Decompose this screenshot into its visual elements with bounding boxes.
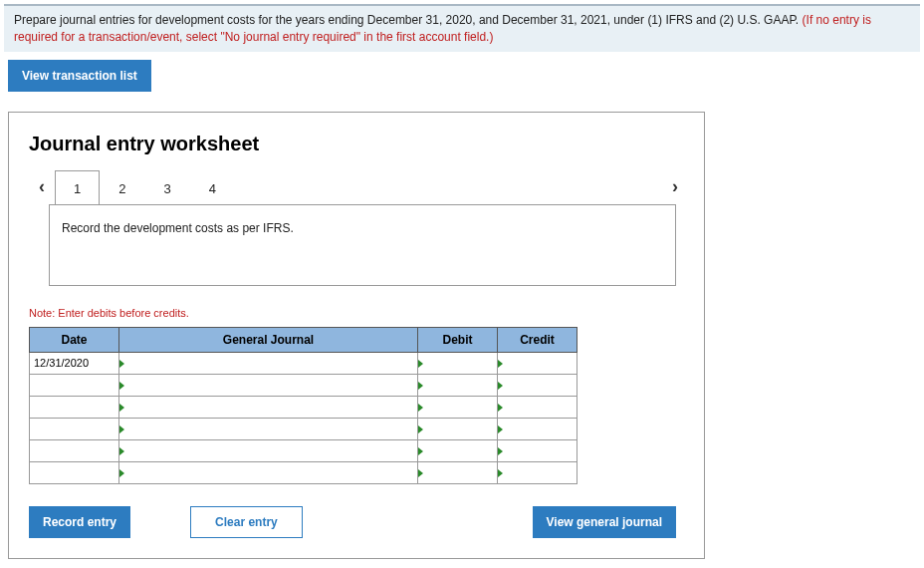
cell-debit[interactable] (418, 396, 498, 418)
cell-general-journal[interactable] (119, 461, 418, 483)
cell-credit[interactable] (498, 418, 578, 439)
chevron-left-icon[interactable]: ‹ (29, 176, 55, 197)
cell-debit[interactable] (418, 461, 498, 483)
button-row: Record entry Clear entry View general jo… (29, 506, 676, 538)
cell-debit[interactable] (418, 418, 498, 439)
tab-2[interactable]: 2 (100, 170, 144, 206)
cell-date[interactable] (30, 439, 119, 461)
tab-row: ‹ 1 2 3 4 › (29, 169, 684, 205)
table-row (30, 461, 578, 483)
prompt-box: Record the development costs as per IFRS… (49, 204, 676, 286)
header-credit: Credit (498, 327, 578, 352)
header-general-journal: General Journal (119, 327, 418, 352)
cell-date[interactable] (30, 461, 119, 483)
table-row (30, 439, 578, 461)
view-transaction-list-button[interactable]: View transaction list (8, 60, 151, 92)
cell-date[interactable] (30, 418, 119, 439)
cell-credit[interactable] (498, 374, 578, 396)
cell-credit[interactable] (498, 461, 578, 483)
tab-4[interactable]: 4 (190, 170, 235, 206)
cell-date[interactable] (30, 374, 119, 396)
instructions-box: Prepare journal entries for development … (4, 4, 920, 52)
journal-entry-table: Date General Journal Debit Credit 12/31/… (29, 327, 578, 484)
tab-3[interactable]: 3 (144, 170, 189, 206)
record-entry-button[interactable]: Record entry (29, 506, 130, 538)
tabs-container: 1 2 3 4 (55, 169, 235, 205)
cell-debit[interactable] (418, 352, 498, 374)
table-row (30, 418, 578, 439)
cell-credit[interactable] (498, 439, 578, 461)
view-general-journal-button[interactable]: View general journal (533, 506, 676, 538)
worksheet-title: Journal entry worksheet (29, 133, 684, 155)
cell-date[interactable]: 12/31/2020 (30, 352, 119, 374)
clear-entry-button[interactable]: Clear entry (190, 506, 303, 538)
table-header-row: Date General Journal Debit Credit (30, 327, 578, 352)
cell-debit[interactable] (418, 374, 498, 396)
table-row: 12/31/2020 (30, 352, 578, 374)
header-debit: Debit (418, 327, 498, 352)
cell-general-journal[interactable] (119, 418, 418, 439)
cell-general-journal[interactable] (119, 374, 418, 396)
instructions-main: Prepare journal entries for development … (14, 13, 803, 27)
note-text: Note: Enter debits before credits. (29, 307, 684, 319)
cell-general-journal[interactable] (119, 439, 418, 461)
table-row (30, 396, 578, 418)
cell-general-journal[interactable] (119, 352, 418, 374)
cell-credit[interactable] (498, 396, 578, 418)
worksheet-box: Journal entry worksheet ‹ 1 2 3 4 › Reco… (8, 112, 705, 559)
table-row (30, 374, 578, 396)
cell-general-journal[interactable] (119, 396, 418, 418)
prompt-text: Record the development costs as per IFRS… (62, 221, 294, 235)
tab-1[interactable]: 1 (55, 170, 100, 206)
cell-credit[interactable] (498, 352, 578, 374)
cell-date[interactable] (30, 396, 119, 418)
chevron-right-icon[interactable]: › (662, 176, 684, 197)
header-date: Date (30, 327, 119, 352)
cell-debit[interactable] (418, 439, 498, 461)
